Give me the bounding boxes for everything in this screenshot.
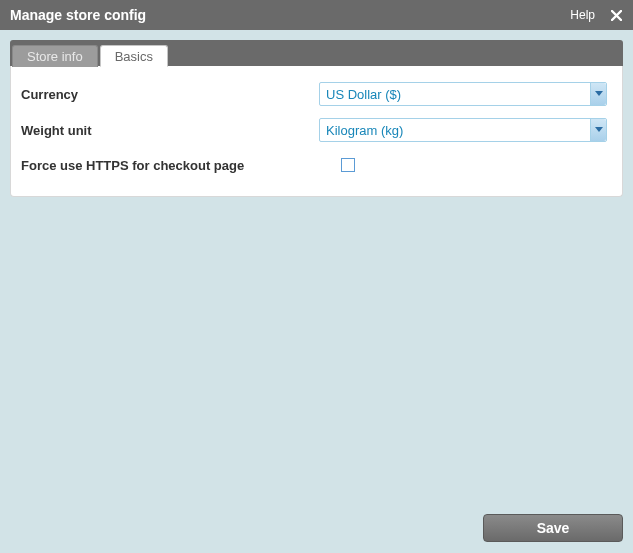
force-https-label: Force use HTTPS for checkout page [19,158,319,173]
config-dialog: Manage store config Help Store info Basi… [0,0,633,553]
dialog-title: Manage store config [10,7,570,23]
row-weight-unit: Weight unit Kilogram (kg) [19,112,614,148]
spacer [10,197,623,503]
save-button-label: Save [537,520,570,536]
currency-label: Currency [19,87,319,102]
currency-value: US Dollar ($) [319,82,607,106]
weight-unit-select[interactable]: Kilogram (kg) [319,118,607,142]
tab-label: Store info [27,49,83,64]
weight-unit-label: Weight unit [19,123,319,138]
currency-cell: US Dollar ($) [319,82,614,106]
weight-unit-cell: Kilogram (kg) [319,118,614,142]
close-icon[interactable] [609,8,623,22]
content-area: Store info Basics Currency US Dollar ($) [0,30,633,513]
help-link[interactable]: Help [570,8,595,22]
titlebar: Manage store config Help [0,0,633,30]
force-https-cell [319,158,614,172]
tab-store-info[interactable]: Store info [12,45,98,67]
footer: Save [0,513,633,553]
force-https-checkbox[interactable] [341,158,355,172]
tab-basics[interactable]: Basics [100,45,168,67]
save-button[interactable]: Save [483,514,623,542]
tab-label: Basics [115,49,153,64]
row-currency: Currency US Dollar ($) [19,76,614,112]
row-force-https: Force use HTTPS for checkout page [19,148,614,182]
weight-unit-value: Kilogram (kg) [319,118,607,142]
currency-select[interactable]: US Dollar ($) [319,82,607,106]
tabbar: Store info Basics [10,40,623,66]
settings-panel: Currency US Dollar ($) Weight unit Kilog… [10,66,623,197]
